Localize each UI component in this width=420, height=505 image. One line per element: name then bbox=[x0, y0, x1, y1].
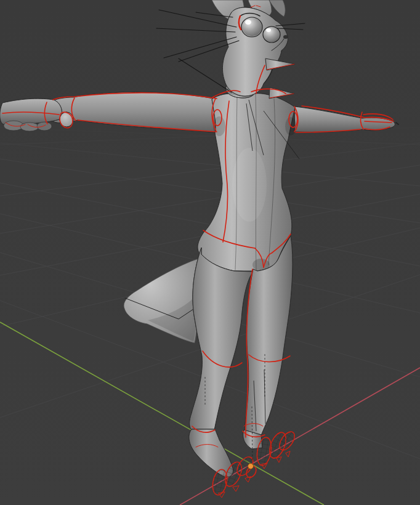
left-hand-claw-lobe bbox=[37, 122, 52, 131]
uv-seams bbox=[2, 6, 394, 447]
grid-line bbox=[0, 159, 420, 223]
viewport-3d[interactable]: 3D viewport: anthropomorphic character m… bbox=[0, 0, 420, 505]
nose bbox=[283, 35, 288, 39]
right-eye bbox=[263, 26, 280, 42]
viewport-canvas[interactable]: 3D viewport: anthropomorphic character m… bbox=[0, 0, 420, 505]
left-leg-mesh bbox=[189, 248, 253, 477]
left-eye bbox=[241, 17, 262, 37]
left-hand-claw-lobe bbox=[4, 121, 23, 131]
head-mesh bbox=[222, 7, 295, 99]
left-hand-claw-lobe bbox=[20, 123, 39, 131]
grid-line bbox=[0, 165, 420, 233]
cheek-spike bbox=[265, 59, 295, 70]
character-mesh[interactable] bbox=[0, 0, 398, 498]
object-origin-dot bbox=[248, 464, 254, 469]
whisker-line bbox=[156, 28, 235, 32]
right-arm-mesh bbox=[294, 107, 398, 132]
